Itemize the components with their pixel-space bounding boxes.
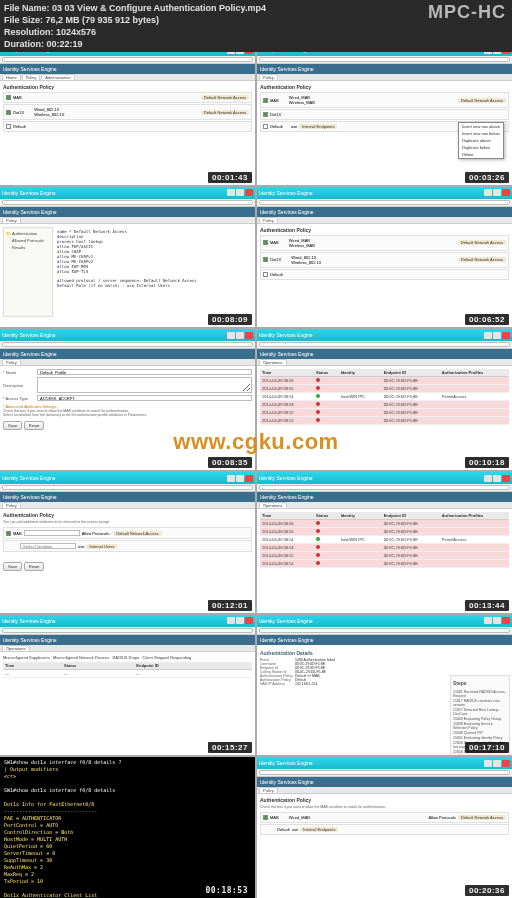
thumbnail-12: Identity Services Engine Identity Servic… bbox=[257, 757, 512, 898]
section-title: Authentication Policy bbox=[3, 84, 252, 90]
timestamp: 00:08:35 bbox=[208, 457, 252, 468]
url-input[interactable] bbox=[2, 200, 253, 205]
menu-duplicate-above[interactable]: Duplicate above bbox=[459, 137, 503, 144]
thumbnail-6: Identity Services Engine Identity Servic… bbox=[257, 329, 512, 470]
policy-row-dot1x[interactable]: Dot1X Wired_802.1X Wireless_802.1X Defau… bbox=[3, 104, 252, 120]
thumbnail-3: Identity Services Engine Identity Servic… bbox=[0, 187, 255, 328]
rule-name-input[interactable] bbox=[24, 530, 80, 536]
thumbnail-grid: Identity Services Engine Identity Servic… bbox=[0, 0, 512, 898]
timestamp: 00:10:18 bbox=[465, 457, 509, 468]
table-row[interactable]: 2014-04-09 08:5300:0C:29:6D:F5:8E bbox=[260, 544, 509, 552]
name-input[interactable] bbox=[37, 369, 252, 375]
app-header: Identity Services Engine bbox=[0, 64, 255, 74]
url-input[interactable] bbox=[259, 57, 510, 62]
reset-button[interactable]: Reset bbox=[24, 562, 44, 571]
table-row[interactable]: 2014-04-09 08:54host/WIN7PC00:0C:29:6D:F… bbox=[260, 393, 509, 401]
live-auth-table: TimeStatusIdentityEndpoint IDAuthorizati… bbox=[260, 512, 509, 568]
policy-row-default[interactable]: Default bbox=[3, 121, 252, 132]
table-row[interactable]: 2014-04-09 08:54host/WIN7PC00:0C:29:6D:F… bbox=[260, 536, 509, 544]
timestamp: 00:03:26 bbox=[465, 172, 509, 183]
enable-checkbox[interactable] bbox=[6, 95, 11, 100]
thumbnail-7: Identity Services Engine Identity Servic… bbox=[0, 472, 255, 613]
tab-admin[interactable]: Administration bbox=[41, 74, 74, 80]
row-action-menu[interactable]: Insert new row above Insert new row belo… bbox=[458, 122, 504, 159]
live-auth-table: TimeStatusEndpoint ID ——— bbox=[3, 662, 252, 678]
timestamp: 00:17:10 bbox=[465, 742, 509, 753]
table-row[interactable]: 2014-04-09 08:5200:0C:29:6D:F5:8E bbox=[260, 409, 509, 417]
file-name: 03 03 View & Configure Authentication Po… bbox=[52, 3, 266, 13]
thumbnail-2: Identity Services Engine Identity Servic… bbox=[257, 44, 512, 185]
tab-policy[interactable]: Policy bbox=[22, 74, 41, 80]
tree-item[interactable]: Results bbox=[6, 244, 50, 251]
table-row[interactable]: 2014-04-09 08:5600:0C:29:6D:F5:8E bbox=[260, 377, 509, 385]
table-row[interactable]: 2014-04-09 08:5600:0C:29:6D:F5:8E bbox=[260, 520, 509, 528]
player-logo: MPC-HC bbox=[428, 2, 506, 23]
access-type-select[interactable] bbox=[37, 395, 252, 401]
browser-toolbar bbox=[0, 56, 255, 64]
resolution: 1024x576 bbox=[56, 27, 96, 37]
duration: 00:22:19 bbox=[47, 39, 83, 49]
url-input[interactable] bbox=[259, 342, 510, 347]
table-row[interactable]: 2014-04-09 08:5100:0C:29:6D:F5:8E bbox=[260, 560, 509, 568]
menu-delete[interactable]: Delete bbox=[459, 151, 503, 158]
live-auth-table: TimeStatusIdentityEndpoint IDAuthorizati… bbox=[260, 369, 509, 425]
thumbnail-11-terminal: SW1#show dot1x interface f0/8 details ? … bbox=[0, 757, 255, 898]
save-button[interactable]: Save bbox=[3, 562, 22, 571]
enable-checkbox[interactable] bbox=[6, 124, 11, 129]
thumbnail-10: Identity Services Engine Identity Servic… bbox=[257, 615, 512, 756]
url-input[interactable] bbox=[2, 57, 253, 62]
tree-root[interactable]: Authentication bbox=[6, 230, 50, 237]
save-button[interactable]: Save bbox=[3, 421, 22, 430]
policy-row-mab[interactable]: MAB Wired_MABWireless_MAB Default Networ… bbox=[260, 92, 509, 108]
timestamp: 00:06:52 bbox=[465, 314, 509, 325]
protocol-settings: name * Default Network Access descriptio… bbox=[55, 227, 252, 290]
timestamp: 00:08:09 bbox=[208, 314, 252, 325]
file-size: 76,2 MB (79 935 912 bytes) bbox=[46, 15, 160, 25]
left-tree[interactable]: Authentication Allowed Protocols Results bbox=[3, 227, 53, 317]
menu-insert-above[interactable]: Insert new row above bbox=[459, 123, 503, 130]
url-input[interactable] bbox=[2, 342, 253, 347]
thumbnail-8: Identity Services Engine Identity Servic… bbox=[257, 472, 512, 613]
table-row[interactable]: 2014-04-09 08:5300:0C:29:6D:F5:8E bbox=[260, 401, 509, 409]
policy-row-mab[interactable]: MAB Default Network Access bbox=[3, 92, 252, 103]
table-row[interactable]: 2014-04-09 08:5500:0C:29:6D:F5:8E bbox=[260, 528, 509, 536]
menu-insert-below[interactable]: Insert new row below bbox=[459, 130, 503, 137]
timestamp: 00:12:01 bbox=[208, 600, 252, 611]
table-row[interactable]: 2014-04-09 08:5500:0C:29:6D:F5:8E bbox=[260, 385, 509, 393]
thumbnail-4: Identity Services Engine Identity Servic… bbox=[257, 187, 512, 328]
timestamp: 00:01:43 bbox=[208, 172, 252, 183]
table-row[interactable]: 2014-04-09 08:5100:0C:29:6D:F5:8E bbox=[260, 417, 509, 425]
timestamp: 00:15:27 bbox=[208, 742, 252, 753]
url-input[interactable] bbox=[259, 200, 510, 205]
condition-select[interactable] bbox=[20, 543, 76, 549]
enable-checkbox[interactable] bbox=[6, 110, 11, 115]
reset-button[interactable]: Reset bbox=[24, 421, 44, 430]
thumbnail-5: Identity Services Engine Identity Servic… bbox=[0, 329, 255, 470]
timestamp: 00:13:44 bbox=[465, 600, 509, 611]
thumbnail-9: Identity Services Engine Identity Servic… bbox=[0, 615, 255, 756]
thumbnail-1: Identity Services Engine Identity Servic… bbox=[0, 44, 255, 185]
timestamp: 00:18:53 bbox=[201, 885, 252, 896]
url-input[interactable] bbox=[2, 485, 253, 490]
section-heading: Authentication Details bbox=[260, 650, 383, 656]
tab-home[interactable]: Home bbox=[2, 74, 21, 80]
tree-item[interactable]: Allowed Protocols bbox=[6, 237, 50, 244]
main-nav: Home Policy Administration bbox=[0, 74, 255, 81]
description-textarea[interactable] bbox=[37, 377, 252, 393]
timestamp: 00:20:36 bbox=[465, 885, 509, 896]
table-row[interactable]: 2014-04-09 08:5200:0C:29:6D:F5:8E bbox=[260, 552, 509, 560]
policy-row[interactable]: MAB Allow Protocols : Default Network Ac… bbox=[3, 527, 252, 539]
menu-duplicate-below[interactable]: Duplicate below bbox=[459, 144, 503, 151]
